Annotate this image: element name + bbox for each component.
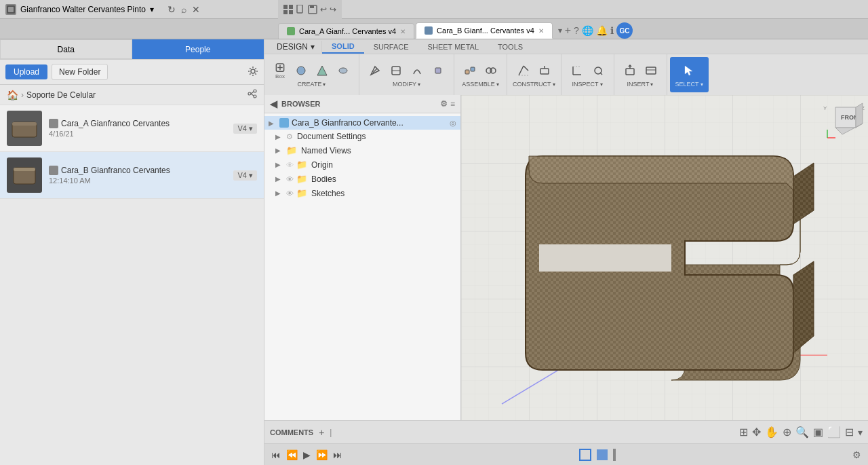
home-icon[interactable]: 🏠 [7,90,18,100]
browser-settings-icon[interactable]: ⚙ [440,99,448,109]
viewport-3d[interactable]: Y Z FRONT [461,95,868,420]
assemble-icon-2[interactable] [481,62,501,79]
tab-cara-a-close[interactable]: ✕ [400,28,406,35]
tab-cara-a[interactable]: Cara_A Gianf... Cervantes v4 ✕ [278,23,414,39]
insert-group-label[interactable]: INSERT ▾ [627,81,654,88]
upload-button[interactable]: Upload [5,64,47,79]
construct-icon-1[interactable] [513,62,534,79]
tab-cara-b[interactable]: Cara_B Gianf... Cervantes v4 ✕ [416,22,553,39]
assemble-icon-1[interactable] [460,62,480,79]
svg-point-22 [297,67,305,75]
design-menu[interactable]: DESIGN ▾ [270,41,322,53]
create-group-label[interactable]: CREATE ▾ [298,81,326,88]
browser-collapse-icon[interactable]: ◀ [270,98,277,109]
modify-group-label[interactable]: MODIFY ▾ [393,81,420,88]
modify-icon-3[interactable] [407,62,427,79]
construct-icon-2[interactable] [534,62,555,79]
construct-group-label[interactable]: CONSTRUCT ▾ [513,81,555,88]
tree-arrow-named-views[interactable]: ▶ [275,147,283,154]
breadcrumb-folder[interactable]: Soporte De Celular [26,90,96,100]
tree-arrow-doc-settings[interactable]: ▶ [275,133,283,141]
tree-item-bodies[interactable]: ▶ 👁 📁 Bodies [264,172,460,186]
file-version-cara-b[interactable]: V4 ▾ [233,170,257,181]
create-icon-4[interactable] [333,62,353,79]
comments-add-icon[interactable]: + [319,427,324,438]
playback-start[interactable]: ⏮ [271,449,281,460]
modify-icon-1[interactable] [365,62,385,79]
tab-tools[interactable]: TOOLS [488,39,532,54]
tree-target-icon[interactable]: ◎ [450,119,456,128]
tree-expand-icon[interactable]: ▶ [269,119,277,127]
settings-icon[interactable] [248,66,258,79]
playback-play[interactable]: ▶ [303,449,311,460]
eye-icon-bodies[interactable]: 👁 [286,175,294,183]
select-icon-1[interactable] [679,62,699,79]
playback-end[interactable]: ⏭ [333,449,342,460]
tree-item-document-settings[interactable]: ▶ ⚙ Document Settings [264,130,460,143]
zoom-icon[interactable]: ⊕ [783,426,791,439]
share-icon[interactable] [248,89,257,100]
grid-view-icon[interactable]: ⊞ [739,426,748,439]
close-icon[interactable]: ✕ [192,4,200,15]
insert-icon-1[interactable] [620,62,640,79]
search-icon[interactable]: ⌕ [181,4,186,15]
tab-data[interactable]: Data [0,39,132,59]
browser-more-icon[interactable]: ≡ [450,99,455,109]
more-display-icon[interactable]: ⊟ [845,426,854,439]
inspect-icon-1[interactable] [567,62,587,79]
tree-item-named-views[interactable]: ▶ 📁 Named Views [264,143,460,157]
create-icon-3[interactable] [312,62,332,79]
tab-cara-b-icon [425,26,433,35]
create-icon-1[interactable]: Box [270,62,290,79]
globe-icon[interactable]: 🌐 [582,25,593,36]
tab-dropdown-icon[interactable]: ▾ [558,26,562,35]
tab-add-icon[interactable]: + [565,24,571,37]
tab-cara-b-close[interactable]: ✕ [538,27,544,35]
tab-people[interactable]: People [132,39,264,59]
eye-icon-sketches[interactable]: 👁 [286,189,294,198]
create-icon-2[interactable] [291,62,311,79]
list-item[interactable]: Cara_B Gianfranco Cervantes 12:14:10 AM … [0,152,264,199]
tree-item-origin[interactable]: ▶ 👁 📁 Origin [264,157,460,172]
tree-arrow-bodies[interactable]: ▶ [275,175,283,183]
tree-root[interactable]: ▶ Cara_B Gianfranco Cervante... ◎ [264,116,460,130]
insert-icon-2[interactable] [641,62,661,79]
file-version-cara-a[interactable]: V4 ▾ [233,124,257,134]
display-icon[interactable]: ▣ [813,426,823,439]
bell-icon[interactable]: 🔔 [596,25,608,36]
help2-icon[interactable]: ℹ [610,25,614,36]
undo-icon[interactable]: ↩ [320,5,327,14]
tree-item-sketches[interactable]: ▶ 👁 📁 Sketches [264,186,460,200]
canvas-icon[interactable]: ⬜ [827,426,841,439]
file-type-icon [49,119,58,128]
tab-sheet-metal[interactable]: SHEET METAL [418,39,488,54]
hand-icon[interactable]: ✋ [765,426,778,439]
playback-prev[interactable]: ⏪ [286,449,298,460]
modify-icon-2[interactable] [386,62,406,79]
help-icon[interactable]: ? [574,25,579,36]
playback-next[interactable]: ⏩ [316,449,328,460]
inspect-group-label[interactable]: INSPECT ▾ [572,81,602,88]
title-chevron[interactable]: ▾ [150,5,154,14]
assemble-group-label[interactable]: ASSEMBLE ▾ [462,81,499,88]
modify-icon-4[interactable] [428,62,448,79]
select-group-label[interactable]: SELECT ▾ [675,81,703,88]
inspect-icon-2[interactable] [588,62,608,79]
display-dropdown-icon[interactable]: ▾ [858,427,863,438]
tab-surface[interactable]: SURFACE [364,39,418,54]
playback-bar: ⏮ ⏪ ▶ ⏩ ⏭ ⚙ [264,443,868,465]
comments-collapse-icon[interactable]: | [330,428,332,437]
redo-icon[interactable]: ↪ [330,5,336,14]
pan-icon[interactable]: ✥ [752,426,761,439]
cube-navigator[interactable]: Y Z FRONT [822,100,863,141]
search-view-icon[interactable]: 🔍 [795,426,809,439]
tree-arrow-sketches[interactable]: ▶ [275,189,283,197]
list-item[interactable]: Cara_A Gianfranco Cervantes 4/16/21 V4 ▾ [0,105,264,152]
new-folder-button[interactable]: New Folder [52,64,108,80]
refresh-icon[interactable]: ↻ [167,4,176,15]
playback-settings-icon[interactable]: ⚙ [852,449,861,460]
tab-solid[interactable]: SOLID [322,39,364,54]
tree-arrow-origin[interactable]: ▶ [275,161,283,168]
user-avatar[interactable]: GC [616,22,633,39]
eye-off-icon[interactable]: 👁 [286,161,294,169]
